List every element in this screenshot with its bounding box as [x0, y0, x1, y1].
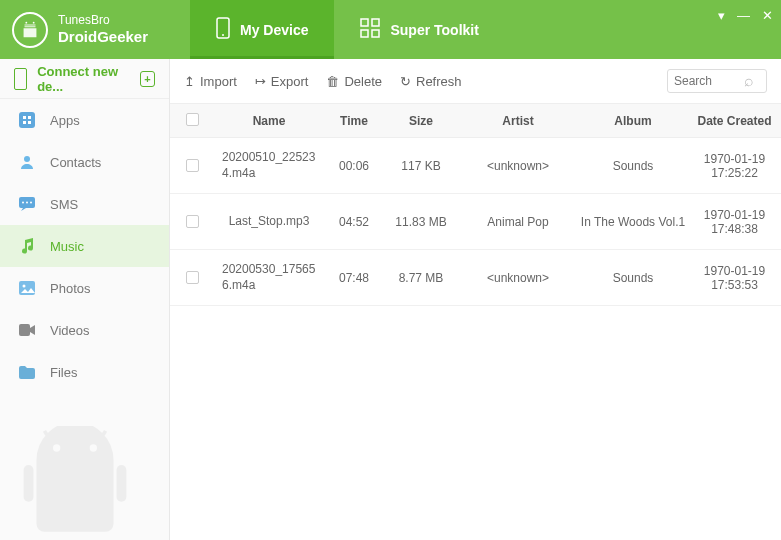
- grid-icon: [360, 18, 380, 41]
- cell-name: 20200530_175656.m4a: [214, 262, 324, 293]
- col-size-header[interactable]: Size: [384, 114, 458, 128]
- export-button[interactable]: ↦ Export: [255, 74, 309, 89]
- table-row[interactable]: Last_Stop.mp304:5211.83 MBAnimal PopIn T…: [170, 194, 781, 250]
- sidebar-item-label: SMS: [50, 197, 78, 212]
- sidebar-item-apps[interactable]: Apps: [0, 99, 169, 141]
- content-area: ↥ Import ↦ Export 🗑 Delete ↻ Refresh: [170, 59, 781, 540]
- table-row[interactable]: 20200530_175656.m4a07:488.77 MB<unknown>…: [170, 250, 781, 306]
- delete-label: Delete: [344, 74, 382, 89]
- tab-super-toolkit[interactable]: Super Toolkit: [334, 0, 504, 59]
- col-date-header[interactable]: Date Created: [688, 114, 781, 128]
- svg-point-17: [30, 202, 32, 204]
- table-row[interactable]: 20200510_225234.m4a00:06117 KB<unknown>S…: [170, 138, 781, 194]
- cell-name: Last_Stop.mp3: [214, 214, 324, 230]
- window-controls: ▾ — ✕: [718, 8, 773, 23]
- sidebar-item-sms[interactable]: SMS: [0, 183, 169, 225]
- search-input[interactable]: [674, 74, 744, 88]
- cell-size: 117 KB: [384, 159, 458, 173]
- table-header: Name Time Size Artist Album Date Created: [170, 104, 781, 138]
- col-name-header[interactable]: Name: [214, 114, 324, 128]
- svg-point-21: [53, 444, 60, 451]
- import-icon: ↥: [184, 74, 195, 89]
- svg-point-0: [25, 21, 27, 23]
- trash-icon: 🗑: [326, 74, 339, 89]
- toolbar-actions: ↥ Import ↦ Export 🗑 Delete ↻ Refresh: [184, 74, 462, 89]
- select-all-checkbox[interactable]: [186, 113, 199, 126]
- cell-album: Sounds: [578, 271, 688, 285]
- sidebar-item-label: Music: [50, 239, 84, 254]
- minimize-icon[interactable]: —: [737, 8, 750, 23]
- svg-point-3: [222, 34, 224, 36]
- android-background-icon: [10, 426, 140, 540]
- svg-point-1: [33, 21, 35, 23]
- cell-artist: <unknown>: [458, 271, 578, 285]
- table-body: 20200510_225234.m4a00:06117 KB<unknown>S…: [170, 138, 781, 306]
- sidebar-item-music[interactable]: Music: [0, 225, 169, 267]
- cell-artist: <unknown>: [458, 159, 578, 173]
- brand-title: TunesBro: [58, 13, 148, 27]
- sidebar-item-contacts[interactable]: Contacts: [0, 141, 169, 183]
- sidebar-item-label: Apps: [50, 113, 80, 128]
- apps-icon: [18, 111, 36, 129]
- svg-rect-10: [28, 116, 31, 119]
- cell-album: Sounds: [578, 159, 688, 173]
- sidebar-item-photos[interactable]: Photos: [0, 267, 169, 309]
- search-icon: ⌕: [744, 72, 754, 90]
- svg-rect-5: [372, 19, 379, 26]
- tab-my-device-label: My Device: [240, 22, 308, 38]
- toolbar: ↥ Import ↦ Export 🗑 Delete ↻ Refresh: [170, 59, 781, 104]
- sidebar-item-videos[interactable]: Videos: [0, 309, 169, 351]
- refresh-label: Refresh: [416, 74, 462, 89]
- refresh-button[interactable]: ↻ Refresh: [400, 74, 462, 89]
- sidebar-item-files[interactable]: Files: [0, 351, 169, 393]
- export-icon: ↦: [255, 74, 266, 89]
- export-label: Export: [271, 74, 309, 89]
- cell-artist: Animal Pop: [458, 215, 578, 229]
- col-time-header[interactable]: Time: [324, 114, 384, 128]
- phone-icon: [216, 17, 230, 42]
- col-artist-header[interactable]: Artist: [458, 114, 578, 128]
- svg-point-19: [23, 285, 26, 288]
- main-tabs: My Device Super Toolkit: [190, 0, 505, 59]
- cell-album: In The Woods Vol.1: [578, 215, 688, 229]
- connect-label: Connect new de...: [37, 64, 140, 94]
- row-checkbox[interactable]: [186, 215, 199, 228]
- tab-super-toolkit-label: Super Toolkit: [390, 22, 478, 38]
- cell-size: 8.77 MB: [384, 271, 458, 285]
- main-area: Connect new de... + Apps Contacts SMS Mu…: [0, 59, 781, 540]
- brand: TunesBro DroidGeeker: [0, 12, 190, 48]
- svg-rect-20: [19, 324, 30, 336]
- photos-icon: [18, 279, 36, 297]
- col-album-header[interactable]: Album: [578, 114, 688, 128]
- cell-time: 00:06: [324, 159, 384, 173]
- svg-point-16: [26, 202, 28, 204]
- brand-logo-icon: [12, 12, 48, 48]
- plus-icon: +: [140, 71, 155, 87]
- cell-date: 1970-01-19 17:25:22: [688, 152, 781, 180]
- tab-my-device[interactable]: My Device: [190, 0, 334, 59]
- row-checkbox[interactable]: [186, 271, 199, 284]
- svg-rect-8: [19, 112, 35, 128]
- sidebar-item-label: Files: [50, 365, 77, 380]
- cell-date: 1970-01-19 17:48:38: [688, 208, 781, 236]
- svg-rect-7: [372, 30, 379, 37]
- cell-name: 20200510_225234.m4a: [214, 150, 324, 181]
- cell-date: 1970-01-19 17:53:53: [688, 264, 781, 292]
- search-box[interactable]: ⌕: [667, 69, 767, 93]
- svg-point-22: [90, 444, 97, 451]
- music-icon: [18, 237, 36, 255]
- connect-new-device[interactable]: Connect new de... +: [0, 59, 169, 99]
- svg-rect-23: [24, 465, 34, 502]
- row-checkbox[interactable]: [186, 159, 199, 172]
- brand-text: TunesBro DroidGeeker: [58, 13, 148, 45]
- app-header: TunesBro DroidGeeker My Device Super Too…: [0, 0, 781, 59]
- svg-point-15: [22, 202, 24, 204]
- cell-time: 04:52: [324, 215, 384, 229]
- svg-rect-12: [28, 121, 31, 124]
- menu-icon[interactable]: ▾: [718, 8, 725, 23]
- delete-button[interactable]: 🗑 Delete: [326, 74, 382, 89]
- svg-rect-6: [361, 30, 368, 37]
- phone-outline-icon: [14, 68, 27, 90]
- close-icon[interactable]: ✕: [762, 8, 773, 23]
- import-button[interactable]: ↥ Import: [184, 74, 237, 89]
